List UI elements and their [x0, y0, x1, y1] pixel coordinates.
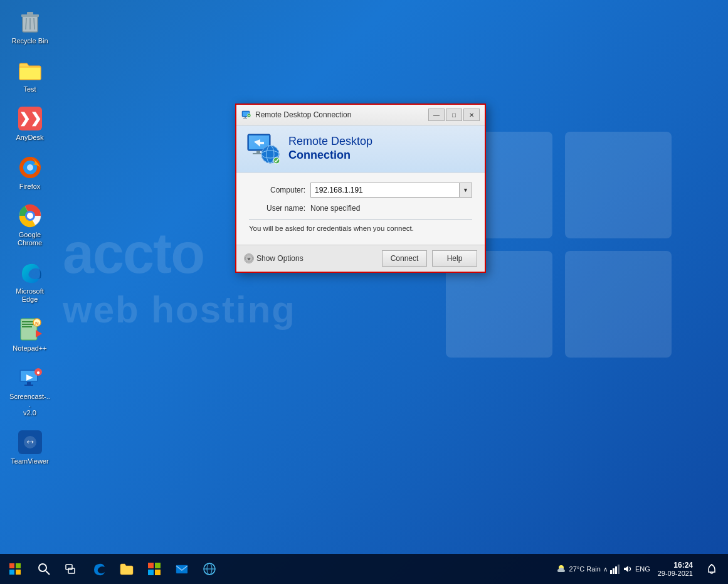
taskbar-edge-button[interactable]	[85, 555, 113, 583]
dialog-minimize-button[interactable]: —	[428, 109, 445, 121]
taskbar-network-button[interactable]	[196, 555, 223, 583]
dialog-footer: Show Options Connect Help	[236, 245, 485, 272]
taskbar-explorer-button[interactable]	[113, 555, 140, 583]
username-field-row: User name: None specified	[249, 204, 472, 213]
screencast-icon: ●	[18, 365, 43, 390]
desktop-icon-microsoft-edge[interactable]: Microsoft Edge	[6, 257, 53, 307]
help-button[interactable]: Help	[432, 250, 477, 267]
show-options-button[interactable]: Show Options	[244, 253, 303, 263]
svg-rect-22	[22, 326, 32, 327]
svg-rect-61	[155, 570, 161, 575]
desktop-icon-firefox[interactable]: Firefox	[6, 152, 53, 194]
svg-rect-42	[256, 151, 260, 153]
weather-text: 27°C Rain	[569, 565, 601, 573]
volume-icon	[623, 564, 633, 574]
desktop-icon-anydesk[interactable]: ❯❯ AnyDesk	[6, 103, 53, 145]
system-tray: 27°C Rain ∧ ENG 16:24	[551, 554, 728, 584]
anydesk-icon: ❯❯	[18, 106, 43, 131]
google-chrome-icon	[18, 203, 43, 228]
remote-desktop-dialog: Remote Desktop Connection — □ ✕	[235, 104, 486, 273]
weather-widget[interactable]: 27°C Rain	[556, 563, 601, 575]
svg-point-38	[247, 114, 251, 117]
svg-rect-57	[68, 568, 75, 573]
dialog-title-icon	[241, 110, 251, 120]
show-options-label: Show Options	[256, 254, 303, 263]
connect-button[interactable]: Connect	[382, 250, 427, 267]
svg-rect-59	[155, 563, 161, 568]
svg-rect-51	[16, 563, 21, 568]
microsoft-edge-icon	[18, 260, 43, 285]
footer-buttons: Connect Help	[382, 250, 477, 267]
svg-rect-69	[615, 566, 617, 574]
notepadpp-icon: N	[18, 317, 43, 342]
start-button[interactable]	[0, 554, 30, 584]
anydesk-label: AnyDesk	[16, 134, 43, 142]
dialog-titlebar: Remote Desktop Connection — □ ✕	[236, 105, 485, 125]
taskbar-store-button[interactable]	[140, 555, 168, 583]
svg-rect-50	[9, 563, 14, 568]
svg-rect-62	[176, 565, 187, 573]
desktop-icon-notepadpp[interactable]: N Notepad++	[6, 314, 53, 356]
svg-rect-68	[613, 568, 615, 574]
svg-rect-3	[565, 251, 672, 358]
credentials-info-text: You will be asked for credentials when y…	[249, 225, 472, 232]
teamviewer-label: TeamViewer	[11, 457, 48, 465]
svg-point-18	[27, 213, 33, 219]
dialog-maximize-button[interactable]: □	[446, 109, 462, 121]
svg-line-55	[46, 571, 50, 575]
clock-time: 16:24	[658, 561, 693, 570]
taskbar: 27°C Rain ∧ ENG 16:24	[0, 554, 728, 584]
svg-text:●: ●	[36, 369, 40, 376]
search-button[interactable]	[30, 555, 58, 583]
svg-point-54	[39, 564, 46, 571]
computer-input[interactable]	[310, 183, 460, 198]
svg-rect-52	[9, 570, 14, 575]
svg-rect-36	[245, 117, 246, 118]
recycle-bin-icon	[18, 9, 43, 35]
dialog-header-title: Remote Desktop Connection	[288, 135, 372, 162]
desktop-icon-recycle-bin[interactable]: Recycle Bin	[6, 6, 53, 48]
username-label: User name:	[249, 204, 305, 213]
svg-rect-53	[16, 570, 21, 575]
svg-point-15	[27, 164, 33, 171]
chevron-up-icon[interactable]: ∧	[603, 566, 608, 573]
computer-label: Computer:	[249, 186, 305, 194]
desktop-icon-teamviewer[interactable]: ↔ TeamViewer	[6, 427, 53, 469]
microsoft-edge-label: Microsoft Edge	[9, 287, 50, 304]
test-folder-label: Test	[23, 85, 36, 93]
svg-text:↔: ↔	[24, 435, 36, 448]
desktop-icon-screencast[interactable]: ● Screencast-...v2.0	[6, 362, 53, 421]
task-view-button[interactable]	[58, 555, 85, 583]
dialog-body: Computer: ▼ User name: None specified Yo…	[236, 173, 485, 245]
svg-rect-6	[27, 12, 33, 15]
show-options-icon	[244, 253, 254, 263]
desktop-icons-container: Recycle Bin Test ❯❯ AnyDesk	[6, 6, 53, 469]
notepadpp-label: Notepad++	[13, 344, 46, 353]
rdp-logo-icon	[246, 133, 281, 164]
system-clock[interactable]: 16:24 29-09-2021	[653, 561, 698, 577]
svg-rect-37	[243, 118, 247, 119]
firefox-label: Firefox	[19, 183, 41, 191]
dialog-titlebar-controls: — □ ✕	[428, 109, 480, 121]
firefox-icon	[18, 155, 43, 180]
username-value: None specified	[310, 204, 360, 213]
system-icons: ∧ ENG	[603, 564, 650, 574]
svg-rect-10	[19, 67, 41, 80]
test-folder-icon	[18, 58, 43, 83]
language-indicator[interactable]: ENG	[635, 565, 650, 573]
dialog-close-button[interactable]: ✕	[463, 109, 480, 121]
recycle-bin-label: Recycle Bin	[11, 37, 48, 45]
svg-line-9	[34, 18, 34, 29]
clock-date: 29-09-2021	[658, 570, 693, 577]
computer-input-wrapper: ▼	[310, 183, 472, 198]
taskbar-mail-button[interactable]	[168, 555, 196, 583]
svg-rect-28	[24, 385, 33, 386]
svg-rect-56	[66, 565, 72, 570]
computer-dropdown-button[interactable]: ▼	[460, 183, 472, 198]
svg-rect-60	[148, 570, 154, 575]
computer-field-row: Computer: ▼	[249, 183, 472, 198]
notification-button[interactable]	[700, 554, 723, 584]
desktop-icon-test[interactable]: Test	[6, 55, 53, 97]
svg-point-49	[245, 255, 253, 262]
desktop-icon-google-chrome[interactable]: Google Chrome	[6, 200, 53, 250]
